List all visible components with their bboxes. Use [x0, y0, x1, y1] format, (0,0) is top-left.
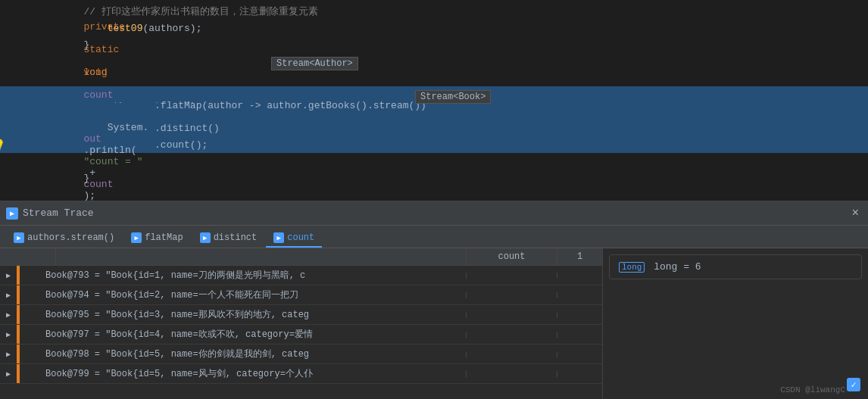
table-row: ▶ Book@798 = "Book{id=5, name=你的剑就是我的剑, …: [0, 344, 602, 364]
keyword: static: [83, 44, 119, 55]
left-data-panel: count 1 ▶ Book@793 = "Book{id=1, name=刀的…: [0, 248, 603, 399]
table-row: ▶ Book@794 = "Book{id=2, name=一个人不能死在同一把…: [0, 285, 602, 305]
tab-label: authors.stream(): [27, 232, 114, 243]
tab-count[interactable]: ▶ count: [266, 229, 322, 248]
row-bar: [17, 364, 20, 383]
row-num-cell: [557, 332, 602, 338]
tab-icon: ▶: [200, 232, 211, 243]
col-index-header: [33, 248, 56, 265]
row-count-cell: [466, 292, 557, 298]
stream-trace-panel: ▶ Stream Trace × ▶ authors.stream() ▶ fl…: [0, 201, 868, 399]
row-content: Book@795 = "Book{id=3, name=那风吹不到的地方, ca…: [39, 306, 466, 323]
row-content: Book@794 = "Book{id=2, name=一个人不能死在同一把刀: [39, 286, 466, 304]
row-expand-btn[interactable]: ▶: [0, 271, 17, 280]
checkbox-icon[interactable]: ✓: [847, 378, 860, 391]
row-num-cell: [557, 351, 602, 357]
table-header: count 1: [0, 248, 602, 266]
row-num-cell: [557, 273, 602, 279]
tooltip-stream-author: Stream<Author>: [271, 57, 358, 70]
tab-icon: ▶: [14, 232, 24, 243]
row-bar: [17, 325, 20, 344]
row-bar: [17, 344, 20, 363]
col-main-header: [56, 248, 466, 265]
row-num-cell: [557, 312, 602, 318]
table-container: count 1 ▶ Book@793 = "Book{id=1, name=刀的…: [0, 248, 868, 399]
row-content: Book@797 = "Book{id=4, name=吹或不吹, catego…: [39, 326, 466, 343]
tab-icon: ▶: [273, 232, 284, 243]
row-expand-btn[interactable]: ▶: [0, 369, 17, 379]
result-label: long = 6: [654, 261, 701, 273]
result-type-icon: long: [619, 262, 645, 273]
row-content: Book@793 = "Book{id=1, name=刀的两侧是光明与黑暗, …: [39, 267, 466, 284]
panel-title-icon: ▶: [6, 207, 18, 220]
code-line: }: [0, 170, 868, 186]
tab-icon: ▶: [131, 232, 142, 243]
row-num-cell: [557, 292, 602, 298]
row-count-cell: [466, 312, 557, 318]
table-row: ▶ Book@795 = "Book{id=3, name=那风吹不到的地方, …: [0, 305, 602, 325]
col-expand-header: [0, 248, 17, 265]
col-count-header: count: [466, 248, 557, 265]
keyword: private: [83, 21, 125, 33]
line-content: }: [36, 161, 868, 195]
row-count-cell: [466, 351, 557, 357]
tooltip-stream-book: Stream<Book>: [415, 90, 491, 104]
row-bar: [17, 266, 20, 285]
keyword: long: [83, 67, 107, 78]
panel-title: Stream Trace: [23, 207, 848, 219]
result-box: long long = 6: [609, 254, 862, 279]
tab-flatmap[interactable]: ▶ flatMap: [123, 229, 190, 248]
editor-area: // 打印这些作家所出书籍的数目，注意删除重复元素 test09(authors…: [0, 0, 868, 201]
panel-header: ▶ Stream Trace ×: [0, 201, 868, 226]
table-row: ▶ Book@797 = "Book{id=4, name=吹或不吹, cate…: [0, 325, 602, 344]
branding: CSDN @liwangC: [780, 385, 845, 394]
table-row: ▶ Book@799 = "Book{id=5, name=风与剑, categ…: [0, 364, 602, 384]
bulb-icon[interactable]: 💡: [0, 139, 5, 151]
tab-distinct[interactable]: ▶ distinct: [192, 229, 265, 248]
col-num-header: 1: [557, 248, 602, 265]
row-expand-btn[interactable]: ▶: [0, 291, 17, 300]
row-expand-btn[interactable]: ▶: [0, 310, 17, 320]
tab-label: count: [287, 232, 314, 243]
row-count-cell: [466, 371, 557, 377]
tab-authors-stream[interactable]: ▶ authors.stream(): [6, 229, 122, 248]
col-bar-header: [17, 248, 33, 265]
code-lines: // 打印这些作家所出书籍的数目，注意删除重复元素 test09(authors…: [0, 0, 868, 189]
close-button[interactable]: ×: [848, 207, 862, 220]
tab-label: flatMap: [145, 232, 183, 243]
row-bar: [17, 305, 20, 324]
row-count-cell: [466, 332, 557, 338]
row-bar: [17, 285, 20, 304]
row-count-cell: [466, 273, 557, 279]
row-num-cell: [557, 371, 602, 377]
table-row: ▶ Book@793 = "Book{id=1, name=刀的两侧是光明与黑暗…: [0, 266, 602, 285]
tabs-bar: ▶ authors.stream() ▶ flatMap ▶ distinct …: [0, 226, 868, 248]
right-result-panel: long long = 6 ✓: [603, 248, 868, 399]
tab-label: distinct: [214, 232, 258, 243]
row-content: Book@798 = "Book{id=5, name=你的剑就是我的剑, ca…: [39, 345, 466, 363]
row-expand-btn[interactable]: ▶: [0, 330, 17, 339]
row-expand-btn[interactable]: ▶: [0, 350, 17, 359]
row-content: Book@799 = "Book{id=5, name=风与剑, categor…: [39, 365, 466, 382]
